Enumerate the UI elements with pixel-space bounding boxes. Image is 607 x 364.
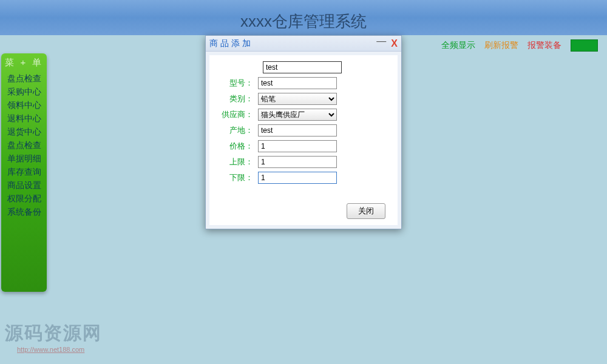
fullscreen-link[interactable]: 全频显示 — [441, 40, 475, 51]
model-input[interactable] — [258, 77, 337, 89]
category-label: 类别： — [222, 93, 258, 104]
supplier-label: 供应商： — [222, 109, 258, 120]
refresh-alarm-link[interactable]: 刷新报警 — [484, 40, 518, 51]
watermark-title: 源码资源网 — [5, 321, 102, 346]
lower-label: 下限： — [222, 172, 258, 183]
sidebar-item[interactable]: 单据明细 — [1, 152, 47, 166]
upper-limit-input[interactable] — [258, 156, 337, 168]
watermark-url: http://www.net188.com — [17, 346, 102, 353]
status-indicator — [571, 39, 598, 52]
sidebar-item[interactable]: 库存查询 — [1, 166, 47, 179]
dialog-body: 型号： 类别： 铅笔 供应商： 猫头鹰供应厂 产地： 价格： 上限： — [209, 55, 398, 225]
add-product-dialog: 商品添加 — X 型号： 类别： 铅笔 供应商： 猫头鹰供应厂 产地： — [205, 35, 402, 229]
category-select[interactable]: 铅笔 — [258, 93, 337, 105]
origin-label: 产地： — [222, 125, 258, 136]
lower-limit-input[interactable] — [258, 172, 337, 184]
sidebar-item[interactable]: 领料中心 — [1, 99, 47, 112]
close-dialog-button[interactable]: 关闭 — [347, 203, 385, 219]
alarm-equipment-link[interactable]: 报警装备 — [527, 40, 561, 51]
watermark: 源码资源网 http://www.net188.com — [5, 321, 102, 353]
top-toolbar: 全频显示 刷新报警 报警装备 — [441, 39, 598, 52]
sidebar-menu: 菜 + 单 盘点检查 采购中心 领料中心 退料中心 退货中心 盘点检查 单据明细… — [1, 53, 47, 292]
dialog-titlebar[interactable]: 商品添加 — X — [206, 36, 401, 52]
origin-input[interactable] — [258, 124, 337, 136]
app-header: xxxx仓库管理系统 — [0, 0, 607, 35]
price-input[interactable] — [258, 140, 337, 152]
app-title: xxxx仓库管理系统 — [240, 11, 367, 32]
sidebar-header: 菜 + 单 — [1, 53, 47, 72]
dialog-title: 商品添加 — [209, 38, 376, 49]
sidebar-item[interactable]: 权限分配 — [1, 192, 47, 206]
sidebar-item[interactable]: 退货中心 — [1, 126, 47, 139]
sidebar-item[interactable]: 采购中心 — [1, 86, 47, 99]
sidebar-item[interactable]: 商品设置 — [1, 179, 47, 192]
sidebar-item[interactable]: 盘点检查 — [1, 72, 47, 86]
sidebar-item[interactable]: 系统备份 — [1, 206, 47, 219]
sidebar-item[interactable]: 盘点检查 — [1, 139, 47, 152]
close-icon[interactable]: X — [391, 38, 398, 49]
price-label: 价格： — [222, 141, 258, 152]
name-input[interactable] — [263, 61, 342, 73]
sidebar-item[interactable]: 退料中心 — [1, 112, 47, 126]
upper-label: 上限： — [222, 157, 258, 167]
supplier-select[interactable]: 猫头鹰供应厂 — [258, 109, 337, 121]
minimize-icon[interactable]: — — [376, 38, 386, 49]
model-label: 型号： — [222, 78, 258, 89]
